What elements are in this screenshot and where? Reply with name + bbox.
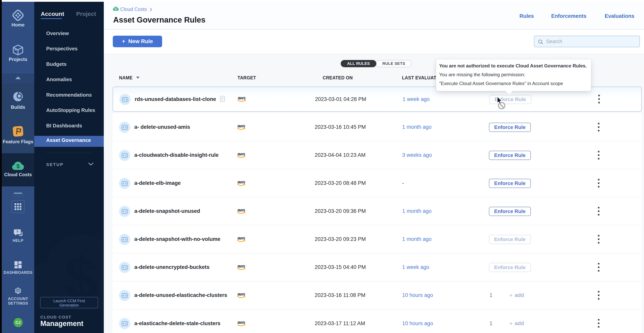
- svg-text:?: ?: [16, 230, 18, 234]
- svg-text:aws: aws: [237, 236, 245, 240]
- svg-text:aws: aws: [237, 180, 245, 184]
- svg-text:aws: aws: [238, 96, 246, 100]
- svg-text:aws: aws: [237, 292, 245, 296]
- svg-text:aws: aws: [237, 152, 245, 156]
- svg-text:aws: aws: [237, 208, 245, 212]
- svg-text:$: $: [115, 7, 117, 11]
- svg-text:aws: aws: [237, 320, 245, 325]
- svg-text:aws: aws: [237, 124, 245, 128]
- svg-text:aws: aws: [237, 264, 245, 268]
- svg-text:$: $: [16, 163, 20, 169]
